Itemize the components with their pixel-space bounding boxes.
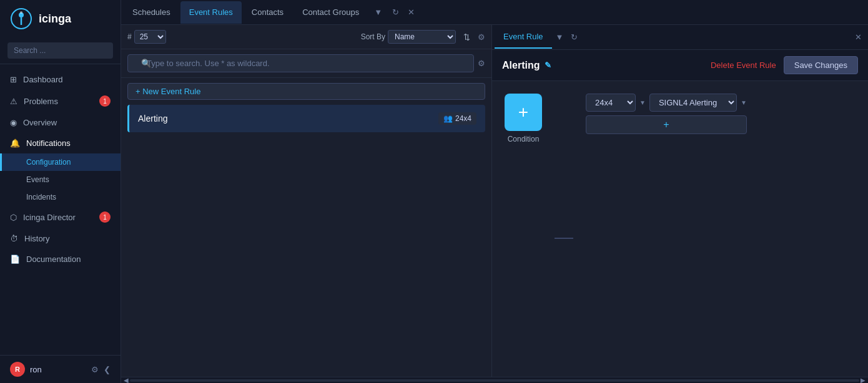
dashboard-icon: ⊞	[10, 75, 17, 84]
search-settings-icon[interactable]: ⚙	[478, 59, 485, 68]
incidents-label: Incidents	[26, 193, 56, 201]
page-title: Alerting	[502, 60, 540, 71]
overview-icon: ◉	[10, 118, 17, 127]
documentation-icon: 📄	[10, 255, 20, 264]
director-icon: ⬡	[10, 213, 17, 222]
main-content: Schedules Event Rules Contacts Contact G…	[121, 0, 868, 383]
event-rule-badge-text: 24x4	[455, 114, 471, 123]
problems-badge: 1	[99, 95, 111, 107]
connector-line	[555, 238, 573, 239]
tab-more-icon[interactable]: ▼	[369, 7, 387, 17]
history-icon: ⏱	[10, 234, 18, 243]
detail-more-icon[interactable]: ▼	[552, 32, 568, 42]
tab-contacts-label: Contacts	[252, 7, 284, 17]
list-toolbar: # 25 10 50 100 Sort By Name Created At U…	[121, 25, 491, 49]
events-label: Events	[26, 175, 49, 184]
event-rule-name: Alerting	[138, 114, 167, 124]
list-panel: # 25 10 50 100 Sort By Name Created At U…	[121, 25, 492, 377]
count-hash-label: #	[127, 32, 132, 41]
scroll-track[interactable]	[130, 379, 859, 382]
sidebar-item-label: Problems	[24, 97, 58, 106]
tab-contacts[interactable]: Contacts	[243, 1, 292, 24]
tab-event-rules-label: Event Rules	[189, 7, 233, 17]
add-action-button[interactable]: +	[586, 115, 747, 134]
sidebar-item-label: Documentation	[26, 255, 81, 264]
condition-button[interactable]: +	[505, 94, 542, 131]
sidebar-item-director[interactable]: ⬡ Icinga Director 1	[0, 206, 121, 228]
svg-point-3	[20, 11, 22, 14]
avatar: R	[10, 362, 25, 377]
action-row-1: 24x4 ▼ SIGNL4 Alerting ▼	[586, 94, 747, 112]
sidebar-item-dashboard[interactable]: ⊞ Dashboard	[0, 69, 121, 90]
tab-bar: Schedules Event Rules Contacts Contact G…	[121, 0, 868, 25]
tab-event-rules[interactable]: Event Rules	[180, 1, 242, 24]
tab-refresh-icon[interactable]: ↻	[388, 7, 403, 17]
schedule-select[interactable]: 24x4	[586, 94, 636, 112]
search-input[interactable]	[7, 42, 113, 59]
list-settings-icon[interactable]: ⚙	[478, 32, 485, 42]
sort-select[interactable]: Name Created At Updated At	[388, 30, 456, 44]
event-rule-item[interactable]: Alerting 👥 24x4	[127, 105, 485, 132]
delete-label: Delete Event Rule	[711, 61, 776, 70]
content-row: # 25 10 50 100 Sort By Name Created At U…	[121, 25, 868, 377]
search-section	[0, 37, 121, 64]
action-chain: 24x4 ▼ SIGNL4 Alerting ▼ +	[586, 94, 747, 134]
notifications-icon: 🔔	[10, 138, 20, 148]
scroll-right-icon[interactable]: ▶	[859, 377, 867, 383]
icinga-logo-icon	[10, 7, 32, 30]
problems-icon: ⚠	[10, 97, 17, 106]
condition-label: Condition	[508, 135, 540, 143]
delete-event-rule-button[interactable]: Delete Event Rule	[711, 61, 776, 70]
detail-title-section: Alerting ✎	[502, 60, 711, 71]
tab-schedules[interactable]: Schedules	[124, 1, 179, 24]
sidebar-item-overview[interactable]: ◉ Overview	[0, 112, 121, 133]
sidebar-item-problems[interactable]: ⚠ Problems 1	[0, 90, 121, 112]
sort-direction-button[interactable]: ⇅	[461, 31, 473, 43]
sidebar-footer: R ron ⚙ ❮	[0, 355, 121, 383]
sidebar-item-label: History	[24, 234, 49, 243]
sidebar-item-history[interactable]: ⏱ History	[0, 228, 121, 249]
add-action-icon: +	[663, 119, 669, 130]
save-changes-button[interactable]: Save Changes	[784, 56, 858, 74]
detail-panel: Event Rule ▼ ↻ ✕ Alerting ✎ Delete Event…	[492, 25, 868, 377]
sidebar-item-notifications[interactable]: 🔔 Notifications	[0, 133, 121, 153]
director-badge: 1	[99, 211, 111, 223]
sidebar: icinga ⊞ Dashboard ⚠ Problems 1 ◉ Overvi…	[0, 0, 121, 383]
detail-close-icon[interactable]: ✕	[851, 32, 866, 42]
username: ron	[30, 365, 86, 374]
tab-contact-groups[interactable]: Contact Groups	[293, 1, 368, 24]
logo: icinga	[0, 0, 121, 37]
sidebar-item-label: Overview	[23, 118, 57, 127]
detail-refresh-icon[interactable]: ↻	[567, 32, 581, 42]
sidebar-item-label: Icinga Director	[23, 213, 76, 222]
escalation-select[interactable]: SIGNL4 Alerting	[649, 94, 737, 112]
bottom-scrollbar[interactable]: ◀ ▶	[121, 377, 868, 383]
search-input[interactable]	[127, 54, 474, 72]
sidebar-subitem-events[interactable]: Events	[0, 171, 121, 188]
search-bar: 🔍 ⚙	[121, 49, 491, 78]
sidebar-item-label: Notifications	[26, 138, 71, 148]
sort-by-label: Sort By	[361, 32, 385, 41]
sidebar-subitem-configuration[interactable]: Configuration	[0, 153, 121, 171]
gear-icon[interactable]: ⚙	[91, 365, 99, 374]
save-label: Save Changes	[794, 61, 847, 70]
condition-node: + Condition	[505, 94, 542, 143]
count-section: # 25 10 50 100	[127, 30, 166, 44]
escalation-chevron-icon: ▼	[741, 99, 747, 106]
new-event-rule-button[interactable]: + New Event Rule	[127, 83, 485, 100]
sidebar-subitem-incidents[interactable]: Incidents	[0, 188, 121, 206]
configuration-label: Configuration	[26, 158, 71, 167]
tab-close-all-icon[interactable]: ✕	[404, 7, 418, 17]
condition-plus-icon: +	[518, 102, 528, 122]
new-event-rule-label: + New Event Rule	[136, 87, 200, 96]
tab-event-rule-detail[interactable]: Event Rule	[495, 26, 552, 49]
count-select[interactable]: 25 10 50 100	[134, 30, 166, 44]
sidebar-item-documentation[interactable]: 📄 Documentation	[0, 249, 121, 269]
group-icon: 👥	[443, 114, 453, 123]
schedule-chevron-icon: ▼	[639, 99, 646, 106]
collapse-sidebar-icon[interactable]: ❮	[104, 365, 111, 374]
event-rule-badge: 👥 24x4	[438, 112, 476, 125]
edit-title-icon[interactable]: ✎	[545, 61, 551, 70]
scroll-left-icon[interactable]: ◀	[122, 377, 130, 383]
tab-schedules-label: Schedules	[132, 7, 170, 17]
